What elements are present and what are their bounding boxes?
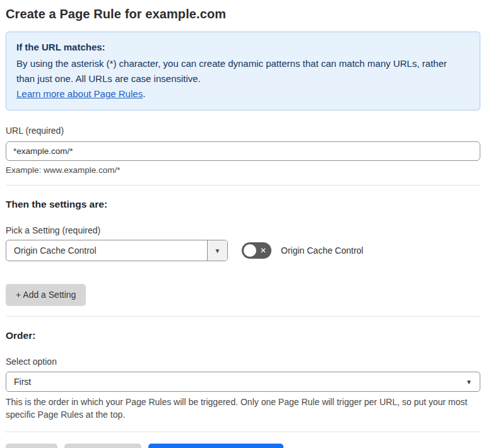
info-box-heading: If the URL matches:: [16, 40, 470, 55]
order-select-value: First: [14, 377, 31, 387]
origin-cache-control-toggle[interactable]: ✕: [242, 242, 271, 259]
save-and-deploy-button[interactable]: Save and Deploy Page Rule: [148, 444, 283, 448]
learn-more-link[interactable]: Learn more about Page Rules: [16, 88, 143, 99]
setting-dropdown[interactable]: Origin Cache Control ▼: [6, 240, 228, 261]
page-title: Create a Page Rule for example.com: [6, 7, 480, 21]
footer-actions: Cancel Save as Draft Save and Deploy Pag…: [6, 444, 480, 448]
pick-setting-label: Pick a Setting (required): [6, 225, 480, 235]
setting-picker-row: Origin Cache Control ▼ ✕ Origin Cache Co…: [6, 240, 480, 261]
add-setting-button[interactable]: + Add a Setting: [6, 284, 86, 306]
toggle-off-icon: ✕: [260, 247, 266, 254]
url-field-label: URL (required): [6, 126, 480, 136]
link-suffix: .: [143, 88, 145, 99]
cancel-button[interactable]: Cancel: [6, 444, 57, 448]
divider: [6, 432, 480, 432]
toggle-knob: [244, 244, 256, 257]
url-example-text: Example: www.example.com/*: [6, 165, 480, 175]
info-box-body: By using the asterisk (*) character, you…: [16, 56, 458, 86]
toggle-label: Origin Cache Control: [281, 245, 364, 256]
url-input[interactable]: [6, 141, 480, 161]
divider: [6, 316, 480, 317]
divider: [6, 185, 480, 186]
save-as-draft-button[interactable]: Save as Draft: [64, 444, 142, 448]
settings-section-heading: Then the settings are:: [6, 199, 480, 210]
info-box-link-line: Learn more about Page Rules.: [16, 86, 470, 102]
chevron-down-icon: ▼: [466, 379, 472, 386]
order-select[interactable]: First ▼: [6, 372, 480, 392]
setting-dropdown-value: Origin Cache Control: [6, 240, 207, 261]
order-section-heading: Order:: [6, 330, 480, 341]
create-page-rule-form: Create a Page Rule for example.com If th…: [0, 0, 486, 448]
order-select-label: Select option: [6, 357, 480, 367]
url-match-info-box: If the URL matches: By using the asteris…: [6, 32, 480, 110]
chevron-down-icon[interactable]: ▼: [207, 240, 227, 261]
order-description: This is the order in which your Page Rul…: [6, 396, 473, 421]
origin-cache-control-toggle-group: ✕ Origin Cache Control: [242, 242, 364, 259]
